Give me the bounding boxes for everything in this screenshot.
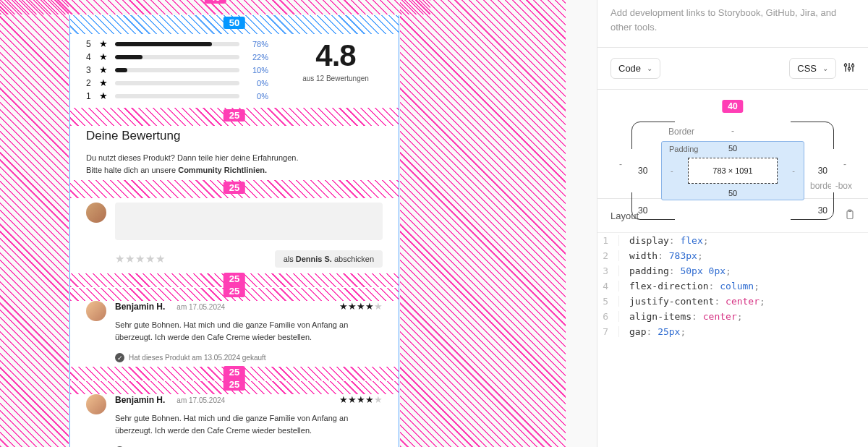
content-box: 783 × 1091 (688, 158, 778, 184)
user-avatar (86, 203, 106, 223)
review-item: Benjamin H. am 17.05.2024 ★★★★★ Sehr gut… (70, 301, 399, 367)
review-compose: ★★★★★ als Dennis S. abschicken (70, 198, 399, 273)
reviewer-avatar (86, 394, 106, 414)
margin-overlay-right (400, 0, 566, 447)
svg-point-3 (844, 64, 846, 66)
language-dropdown[interactable]: CSS⌄ (789, 58, 836, 79)
review-textarea[interactable] (115, 203, 383, 240)
margin-badge: 40 (204, 0, 226, 4)
gap-overlay: 25 (70, 180, 399, 198)
code-toolbar: Code⌄ CSS⌄ (597, 48, 868, 90)
review-date: am 17.05.2024 (176, 396, 225, 404)
settings-icon[interactable] (843, 61, 855, 75)
star-icon: ★ (99, 90, 108, 101)
gap-overlay-double: 2525 (70, 273, 399, 301)
review-heading: Deine Bewertung (86, 129, 383, 143)
review-date: am 17.05.2024 (176, 303, 225, 311)
rating-summary-section: 5★78%4★22%3★10%2★0%1★0% 4.8 aus 12 Bewer… (70, 34, 399, 108)
rating-score: 4.8 aus 12 Bewertungen (289, 38, 383, 82)
code-line: 7gap: 25px; (597, 324, 868, 339)
margin-overlay-left (0, 0, 69, 447)
review-form-header: Deine Bewertung Du nutzt dieses Produkt?… (70, 126, 399, 180)
svg-rect-6 (847, 211, 853, 219)
rating-bar-row: 4★22% (86, 51, 268, 62)
code-line: 3padding: 50px 0px; (597, 263, 868, 278)
review-stars: ★★★★★ (339, 301, 383, 312)
border-box: Border - 30 30 30 30 Padding 50 50 - - 7… (631, 122, 834, 220)
verified-purchase: ✓Hat dieses Produkt am 13.05.2024 gekauf… (115, 353, 383, 362)
review-description: Du nutzt dieses Produkt? Dann teile hier… (86, 152, 383, 176)
review-stars: ★★★★★ (339, 394, 383, 405)
star-icon: ★ (99, 38, 108, 49)
dev-links-description: Add development links to Storybook, GitH… (597, 0, 868, 48)
rating-bar-row: 2★0% (86, 77, 268, 88)
code-line: 5justify-content: center; (597, 294, 868, 309)
chevron-down-icon: ⌄ (647, 64, 652, 72)
gap-overlay: 25 (70, 108, 399, 126)
selected-frame[interactable]: 50 5★78%4★22%3★10%2★0%1★0% 4.8 aus 12 Be… (69, 15, 399, 447)
reviewer-avatar (86, 301, 106, 321)
box-model-diagram: 40 Border - 30 30 30 30 Padding 50 50 - … (597, 90, 868, 199)
code-line: 6align-items: center; (597, 309, 868, 324)
star-icon: ★ (99, 77, 108, 88)
css-code-block[interactable]: 1display: flex;2width: 783px;3padding: 5… (597, 233, 868, 339)
reviewer-name: Benjamin H. (115, 395, 165, 405)
rating-distribution: 5★78%4★22%3★10%2★0%1★0% (86, 38, 268, 103)
gap-overlay-double: 2525 (70, 367, 399, 394)
star-icon: ★ (99, 51, 108, 62)
review-item: Benjamin H. am 17.05.2024 ★★★★★ Sehr gut… (70, 394, 399, 447)
review-text: Sehr gute Bohnen. Hat mich und die ganze… (115, 319, 383, 343)
svg-point-5 (851, 64, 854, 67)
padding-badge: 50 (224, 17, 245, 29)
code-line: 2width: 783px; (597, 248, 868, 263)
review-text: Sehr gute Bohnen. Hat mich und die ganze… (115, 412, 383, 436)
code-line: 1display: flex; (597, 233, 868, 248)
svg-point-4 (848, 67, 850, 69)
submit-review-button[interactable]: als Dennis S. abschicken (275, 250, 383, 268)
reviewer-name: Benjamin H. (115, 302, 165, 312)
score-subtitle: aus 12 Bewertungen (289, 74, 383, 82)
padding-box: Padding 50 50 - - 783 × 1091 (661, 141, 804, 200)
clipboard-icon[interactable] (845, 209, 855, 222)
check-icon: ✓ (115, 353, 124, 362)
rating-bar-row: 3★10% (86, 64, 268, 75)
rating-bar-row: 1★0% (86, 90, 268, 101)
design-canvas[interactable]: 40 50 5★78%4★22%3★10%2★0%1★0% 4.8 aus 12… (0, 0, 597, 447)
inspector-panel: Add development links to Storybook, GitH… (597, 0, 868, 447)
margin-badge: 40 (722, 100, 743, 113)
rating-input-stars[interactable]: ★★★★★ (115, 252, 166, 265)
score-value: 4.8 (289, 38, 383, 73)
chevron-down-icon: ⌄ (822, 64, 828, 72)
code-mode-dropdown[interactable]: Code⌄ (610, 58, 660, 79)
code-line: 4flex-direction: column; (597, 278, 868, 294)
rating-bar-row: 5★78% (86, 38, 268, 49)
padding-overlay-top: 50 (70, 15, 399, 34)
star-icon: ★ (99, 64, 108, 75)
